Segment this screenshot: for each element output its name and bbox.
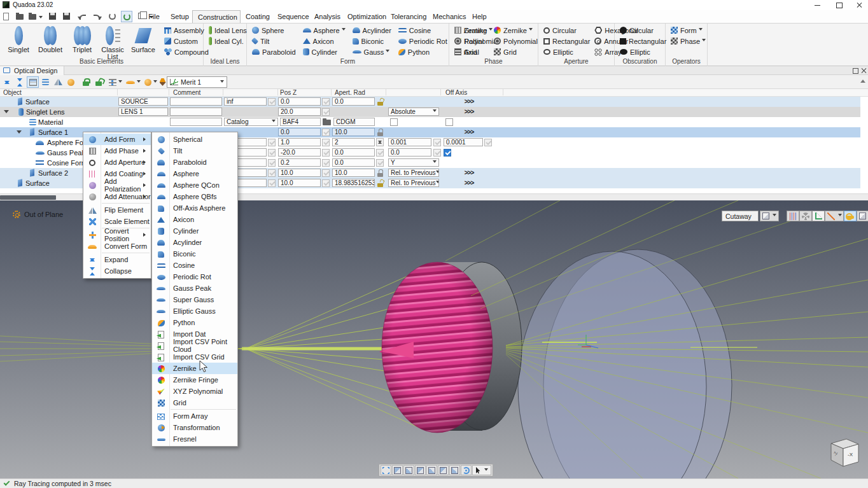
- unlock-icon[interactable]: [377, 98, 384, 106]
- enabled-checkbox[interactable]: [444, 149, 451, 157]
- submenu-item-paraboloid[interactable]: Paraboloid: [152, 157, 237, 168]
- solve-checkbox[interactable]: [322, 149, 330, 157]
- flip-button[interactable]: [52, 76, 64, 88]
- menu-item-expand[interactable]: Expand: [83, 254, 151, 265]
- menu-item-add-attenuator[interactable]: Add Attenuator: [83, 191, 151, 202]
- solve-checkbox[interactable]: [268, 159, 276, 167]
- menu-item-collapse[interactable]: Collapse: [83, 265, 151, 277]
- scrollbar-up-arrow[interactable]: [860, 77, 865, 83]
- menu-tab-mechanics[interactable]: Mechanics: [428, 10, 467, 23]
- submenu-item-asphere-qbfs[interactable]: Asphere QBfs: [152, 191, 237, 202]
- view-top-button[interactable]: [438, 465, 449, 475]
- submenu-item-transformation[interactable]: Transformation: [152, 422, 237, 433]
- browse-folder-icon[interactable]: [323, 118, 331, 125]
- catalog-vendor-field[interactable]: CDGM: [333, 118, 375, 126]
- tree-expander-icon[interactable]: [4, 110, 9, 116]
- lock-view-button[interactable]: [844, 211, 857, 221]
- ribbon-button-obscuration-circular[interactable]: Circular: [617, 25, 671, 36]
- amplitude-field[interactable]: 0.2: [278, 158, 321, 167]
- view-left-button[interactable]: [415, 465, 426, 475]
- source-distance-field[interactable]: inf: [224, 97, 267, 106]
- submenu-item-grid[interactable]: Grid: [152, 397, 237, 408]
- ribbon-button-biconic[interactable]: Biconic: [350, 36, 396, 46]
- apert-rad-field[interactable]: 18.9835162536: [332, 179, 375, 187]
- menu-tab-file[interactable]: File: [143, 10, 165, 23]
- aperture-display-button[interactable]: [799, 211, 812, 221]
- lock-button[interactable]: [80, 76, 92, 88]
- view-right-button[interactable]: [426, 465, 437, 475]
- unlock-icon[interactable]: [377, 179, 384, 187]
- coeff-field[interactable]: 0.001: [388, 138, 431, 146]
- lock-icon[interactable]: [377, 169, 384, 177]
- submenu-item-fresnel[interactable]: Fresnel: [152, 433, 237, 445]
- merit-function-dropdown[interactable]: Merit 1: [167, 76, 227, 88]
- open-recent-button[interactable]: [27, 11, 43, 22]
- ribbon-button-triplet[interactable]: Triplet: [67, 25, 97, 53]
- expand-all-button[interactable]: [1, 76, 13, 88]
- auto-refresh-button[interactable]: [121, 11, 132, 22]
- ribbon-button-cosine[interactable]: Cosine: [396, 25, 452, 36]
- ribbon-button-ideal-lens[interactable]: Ideal Lens: [206, 25, 251, 36]
- catalog-dropdown[interactable]: Catalog: [224, 118, 278, 126]
- conic-field[interactable]: 2: [332, 138, 375, 146]
- pos-z-field[interactable]: 0.0: [278, 97, 321, 106]
- submenu-item-gauss-peak[interactable]: Gauss Peak: [152, 282, 237, 294]
- submenu-item-tilt[interactable]: Tilt: [152, 145, 237, 157]
- ribbon-button-aperture-rectangular[interactable]: Rectangular: [541, 36, 592, 46]
- solve-checkbox[interactable]: [433, 149, 441, 157]
- ribbon-button-sphere[interactable]: Sphere: [249, 25, 300, 36]
- submenu-item-periodic-rot[interactable]: Periodic Rot: [152, 271, 237, 282]
- apert-rad-field[interactable]: 10.0: [332, 128, 375, 136]
- solve-checkbox[interactable]: [268, 139, 276, 146]
- refresh-button[interactable]: [107, 11, 118, 22]
- table-view-button[interactable]: [27, 76, 39, 88]
- comment-field[interactable]: [170, 97, 222, 106]
- name-field[interactable]: LENS 1: [118, 108, 168, 116]
- submenu-item-import-csv-point-cloud[interactable]: Import CSV Point Cloud: [152, 340, 237, 351]
- menu-tab-sequence[interactable]: Sequence: [272, 10, 309, 23]
- apert-rad-field[interactable]: 0.0: [332, 97, 375, 106]
- solve-checkbox[interactable]: [322, 159, 330, 167]
- ribbon-button-doublet[interactable]: Doublet: [36, 25, 65, 53]
- ribbon-button-cylinder[interactable]: Cylinder: [300, 46, 350, 57]
- nav-cube-front-label[interactable]: -X: [848, 452, 853, 457]
- ribbon-button-obscuration-elliptic[interactable]: Elliptic: [617, 46, 671, 57]
- solve-checkbox[interactable]: [376, 159, 384, 167]
- ribbon-button-acylinder[interactable]: Acylinder: [350, 25, 396, 36]
- glass-name-field[interactable]: BAF4: [280, 118, 321, 126]
- panel-close-button[interactable]: [861, 67, 867, 74]
- save-button[interactable]: [47, 11, 59, 22]
- ribbon-button-surface[interactable]: Surface: [129, 25, 158, 53]
- render-mode-button[interactable]: [857, 211, 868, 221]
- menu-tab-help[interactable]: Help: [467, 10, 491, 23]
- ribbon-button-axial[interactable]: Axial: [452, 46, 491, 57]
- pos-z-field[interactable]: 10.0: [278, 179, 321, 187]
- solve-checkbox[interactable]: [268, 169, 276, 177]
- comment-field[interactable]: [170, 118, 222, 126]
- maximize-button[interactable]: [832, 1, 846, 9]
- spinner-control[interactable]: [376, 138, 384, 146]
- material-checkbox[interactable]: [390, 118, 398, 126]
- close-button[interactable]: [853, 1, 867, 9]
- line-style-button[interactable]: [825, 211, 844, 221]
- ribbon-button-periodic-rot[interactable]: Periodic Rot: [396, 36, 452, 46]
- zoom-fit-button[interactable]: [381, 465, 391, 475]
- ray-density-button[interactable]: [787, 211, 799, 221]
- ribbon-button-radial[interactable]: Radial: [452, 36, 491, 46]
- ribbon-button-grating[interactable]: Grating: [452, 25, 491, 36]
- solve-checkbox[interactable]: [322, 108, 330, 116]
- more-options-button[interactable]: >>>: [453, 98, 485, 105]
- menu-item-add-phase[interactable]: Add Phase: [83, 145, 151, 157]
- submenu-item-cylinder[interactable]: Cylinder: [152, 225, 237, 237]
- tree-expander-icon[interactable]: [17, 130, 22, 136]
- phase-field[interactable]: 0.0: [332, 158, 375, 167]
- menu-item-flip-element[interactable]: Flip Element: [83, 204, 151, 216]
- submenu-item-import-csv-grid[interactable]: Import CSV Grid: [152, 351, 237, 363]
- ribbon-button-phase-operator[interactable]: Phase: [668, 36, 710, 46]
- menu-item-convert-form[interactable]: Convert Form: [83, 241, 151, 252]
- ribbon-button-classic-list[interactable]: Classic List: [98, 25, 127, 60]
- submenu-item-form-array[interactable]: Form Array: [152, 410, 237, 422]
- position-mode-dropdown[interactable]: Rel. to Previous: [388, 179, 439, 187]
- ribbon-button-singlet[interactable]: Singlet: [4, 25, 33, 53]
- solve-checkbox[interactable]: [268, 149, 276, 157]
